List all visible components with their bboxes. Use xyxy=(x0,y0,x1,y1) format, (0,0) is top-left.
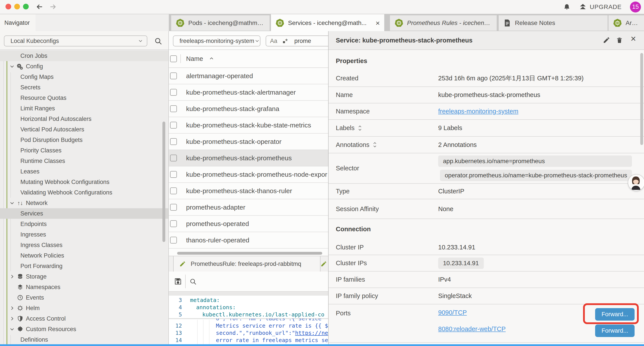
sidebar-item-definitions[interactable]: Definitions xyxy=(0,335,168,345)
tab-navigator[interactable]: Navigator xyxy=(0,14,36,31)
row-checkbox[interactable] xyxy=(170,122,177,129)
table-row[interactable]: kube-prometheus-stack-grafana xyxy=(169,101,328,117)
row-checkbox[interactable] xyxy=(170,72,177,79)
table-row[interactable]: kube-prometheus-stack-kube-state-metrics xyxy=(169,117,328,134)
table-row[interactable]: alertmanager-operated xyxy=(169,68,328,84)
tab-argo[interactable]: Argo Se xyxy=(608,15,644,31)
sidebar-group-config[interactable]: Config xyxy=(0,61,168,72)
row-checkbox[interactable] xyxy=(170,187,177,194)
minimize-window-icon[interactable] xyxy=(14,4,20,9)
sidebar-item-horizontal-pod-autoscalers[interactable]: Horizontal Pod Autoscalers xyxy=(0,114,168,124)
sidebar-item-cron-jobs[interactable]: Cron Jobs xyxy=(0,50,168,61)
name-column-header[interactable]: Name xyxy=(186,55,203,62)
save-icon[interactable] xyxy=(174,277,182,286)
sidebar-item-resource-quotas[interactable]: Resource Quotas xyxy=(0,93,168,103)
expand-collapse-icon[interactable] xyxy=(358,125,362,131)
upgrade-button[interactable]: UPGRADE xyxy=(579,3,622,11)
edit-pencil-icon[interactable] xyxy=(603,36,610,44)
sidebar-group-storage[interactable]: Storage xyxy=(0,271,168,282)
sidebar-item-pod-disruption-budgets[interactable]: Pod Disruption Budgets xyxy=(0,135,168,145)
row-checkbox[interactable] xyxy=(170,237,177,244)
row-checkbox[interactable] xyxy=(170,171,177,178)
code-line: second.","runbook_url":"https://net xyxy=(216,330,328,336)
sidebar-search-icon[interactable] xyxy=(154,37,163,45)
tab-pods[interactable]: Pods - icecheng@mathmas... xyxy=(171,15,270,31)
sidebar-item-services[interactable]: Services xyxy=(0,208,168,219)
kubeconfig-select[interactable]: Local Kubeconfigs xyxy=(4,35,147,46)
yaml-editor[interactable]: 3metadata: 4annotations: 5kubectl.kubern… xyxy=(169,296,328,344)
sidebar-item-runtime-classes[interactable]: Runtime Classes xyxy=(0,156,168,166)
sidebar-scrollbar[interactable] xyxy=(162,122,165,242)
notifications-bell-icon[interactable] xyxy=(563,3,570,11)
horizontal-scrollbar[interactable] xyxy=(177,252,322,255)
sidebar-item-validating-webhook-configurations[interactable]: Validating Webhook Configurations xyxy=(0,187,168,198)
tab-prometheus-rules[interactable]: Prometheus Rules - icecheng... xyxy=(390,15,497,31)
sidebar-item-events[interactable]: Events xyxy=(0,292,168,303)
sidebar-item-limit-ranges[interactable]: Limit Ranges xyxy=(0,103,168,114)
expand-collapse-icon[interactable] xyxy=(372,141,377,148)
editor-search-icon[interactable] xyxy=(189,278,197,286)
editor-tab-prometheusrule[interactable]: PrometheusRule: freeleaps-prod-rabbitmq xyxy=(173,256,320,272)
close-drawer-icon[interactable]: × xyxy=(631,34,636,43)
table-row[interactable]: kube-prometheus-stack-operator xyxy=(169,134,328,150)
namespace-link[interactable]: freeleaps-monitoring-system xyxy=(438,108,518,115)
sidebar-item-endpoints[interactable]: Endpoints xyxy=(0,219,168,229)
sidebar-group-access-control[interactable]: Access Control xyxy=(0,313,168,324)
sidebar-item-network-policies[interactable]: Network Policies xyxy=(0,250,168,261)
row-checkbox[interactable] xyxy=(170,89,177,96)
forward-arrow-icon[interactable] xyxy=(49,3,57,11)
sidebar-group-custom-resources[interactable]: Custom Resources xyxy=(0,324,168,335)
tab-services[interactable]: Services - icecheng@math... × xyxy=(271,14,384,31)
row-checkbox[interactable] xyxy=(170,138,177,145)
match-case-toggle[interactable]: Aa xyxy=(270,38,277,44)
forward-port-button[interactable]: Forward... xyxy=(595,325,634,337)
avatar[interactable] xyxy=(628,174,644,191)
back-arrow-icon[interactable] xyxy=(36,3,44,11)
close-tab-icon[interactable]: × xyxy=(371,19,380,27)
chevron-right-icon[interactable] xyxy=(9,306,15,311)
table-row[interactable]: kube-prometheus-stack-alertmanager xyxy=(169,84,328,101)
table-row[interactable]: kube-prometheus-stack-prometheus-node-ex… xyxy=(169,166,328,183)
list-search-input[interactable]: Aa * prome xyxy=(266,35,328,46)
namespace-select[interactable]: freeleaps-monitoring-system xyxy=(173,35,260,46)
chevron-down-icon[interactable] xyxy=(9,200,15,206)
sort-ascending-icon[interactable] xyxy=(209,56,214,61)
port-link-8080[interactable]: 8080:reloader-web/TCP xyxy=(438,326,506,333)
table-row[interactable]: thanos-ruler-operated xyxy=(169,232,328,249)
table-row[interactable]: prometheus-operated xyxy=(169,216,328,232)
close-window-icon[interactable] xyxy=(6,4,11,9)
tab-release-notes[interactable]: Release Notes xyxy=(499,15,608,31)
row-checkbox[interactable] xyxy=(170,105,177,112)
notification-count-badge[interactable]: 15 xyxy=(630,1,641,12)
sidebar-item-leases[interactable]: Leases xyxy=(0,166,168,177)
select-all-checkbox[interactable] xyxy=(170,55,177,62)
sidebar-item-priority-classes[interactable]: Priority Classes xyxy=(0,145,168,156)
row-checkbox[interactable] xyxy=(170,155,177,161)
regex-toggle[interactable]: * xyxy=(283,37,288,45)
chevron-right-icon[interactable] xyxy=(9,274,15,279)
table-row[interactable]: kube-prometheus-stack-thanos-ruler xyxy=(169,183,328,199)
table-row-selected[interactable]: kube-prometheus-stack-prometheus xyxy=(169,150,328,166)
runbook-url-link[interactable]: https://net xyxy=(295,330,328,336)
sidebar-item-config-maps[interactable]: Config Maps xyxy=(0,72,168,82)
sidebar-group-network[interactable]: ↑↓ Network xyxy=(0,198,168,208)
sidebar-group-helm[interactable]: Helm xyxy=(0,303,168,313)
sidebar-item-ingress-classes[interactable]: Ingress Classes xyxy=(0,240,168,250)
sidebar-item-ingresses[interactable]: Ingresses xyxy=(0,229,168,240)
table-row[interactable]: prometheus-adapter xyxy=(169,199,328,216)
chevron-down-icon[interactable] xyxy=(9,64,15,69)
sidebar-item-port-forwarding[interactable]: Port Forwarding xyxy=(0,261,168,271)
sidebar-item-namespaces[interactable]: Namespaces xyxy=(0,282,168,292)
editor-tab-partial[interactable] xyxy=(320,256,328,272)
chevron-down-icon[interactable] xyxy=(9,327,15,332)
zoom-window-icon[interactable] xyxy=(23,4,29,9)
chevron-right-icon[interactable] xyxy=(9,316,15,321)
row-checkbox[interactable] xyxy=(170,204,177,211)
sidebar-item-vertical-pod-autoscalers[interactable]: Vertical Pod Autoscalers xyxy=(0,124,168,135)
sidebar-item-mutating-webhook-configurations[interactable]: Mutating Webhook Configurations xyxy=(0,177,168,187)
delete-trash-icon[interactable] xyxy=(616,36,623,44)
row-checkbox[interactable] xyxy=(170,220,177,227)
sidebar-item-secrets[interactable]: Secrets xyxy=(0,82,168,93)
port-link-9090[interactable]: 9090/TCP xyxy=(438,309,467,316)
drawer-scrollbar[interactable] xyxy=(640,53,643,145)
